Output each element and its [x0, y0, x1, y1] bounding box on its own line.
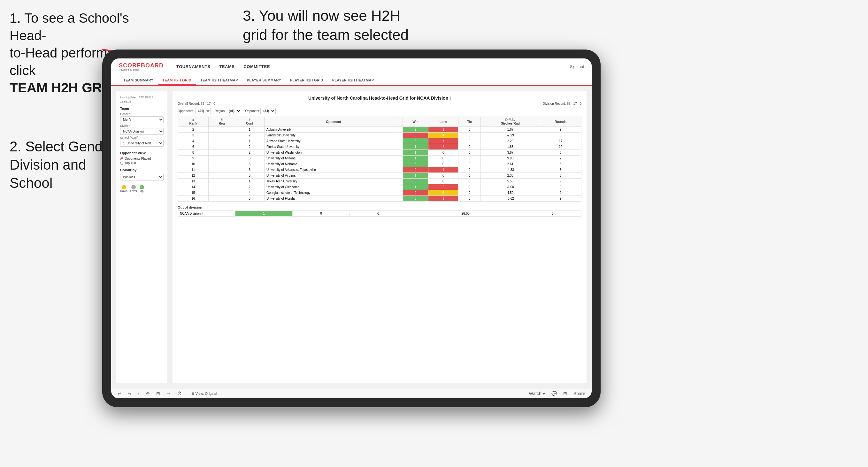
radio-top100[interactable]: Top 100	[120, 161, 163, 165]
sign-out-button[interactable]: Sign out	[570, 64, 584, 69]
crop-button[interactable]: ⊞	[155, 390, 161, 397]
radio-opponents-played[interactable]: Opponents Played	[120, 157, 163, 160]
clock-button[interactable]: ⏱	[176, 390, 183, 397]
radio-label-top100: Top 100	[125, 161, 136, 165]
cell-conf: 3	[235, 196, 264, 201]
division-record: Division Record: 88 - 17 - 0	[543, 102, 582, 105]
left-panel: Last Updated: 27/03/2024 16:55:38 Team G…	[116, 91, 167, 383]
table-header-row: #Rank #Reg #Conf Opponent Win Loss Tie D…	[178, 117, 582, 127]
cell-conf: 2	[235, 144, 264, 150]
colour-select[interactable]: Win/loss	[120, 174, 163, 181]
logo-area: SCOREBOARD Powered by clippi	[119, 62, 163, 71]
radio-label-opponents: Opponents Played	[125, 157, 151, 160]
radio-group: Opponents Played Top 100	[120, 157, 163, 165]
cell-rounds: 9	[540, 184, 581, 190]
cell-opponent: Auburn University	[264, 127, 403, 132]
tab-team-h2h-heatmap[interactable]: TEAM H2H HEATMAP	[196, 76, 243, 84]
cell-reg	[209, 184, 235, 190]
color-label-down: Down	[120, 189, 127, 193]
cell-win: 0	[403, 167, 428, 173]
cell-loss: 5	[428, 190, 459, 196]
cell-loss: 2	[428, 144, 459, 150]
expand-button[interactable]: ↔	[165, 390, 172, 397]
color-dot-down	[122, 185, 126, 189]
cell-conf: 2	[235, 150, 264, 156]
cell-rounds: 9	[540, 196, 581, 201]
tab-team-h2h-grid[interactable]: TEAM H2H GRID	[158, 76, 196, 85]
cell-win: 0	[403, 190, 428, 196]
comment-button[interactable]: 💬	[550, 390, 558, 397]
cell-win: 1	[403, 156, 428, 161]
cell-ood-loss: 0	[292, 211, 350, 217]
opponents-filter-select[interactable]: (All)	[195, 108, 211, 114]
undo-button[interactable]: ↩	[116, 390, 123, 397]
tab-player-h2h-grid[interactable]: PLAYER H2H GRID	[286, 76, 328, 84]
cell-tie: 0	[459, 161, 481, 167]
cell-rank: 2	[178, 127, 209, 132]
ann3-line1: 3. You will now see H2H	[243, 7, 401, 24]
cell-diff: -1.00	[481, 184, 540, 190]
cell-diff: 2.33	[481, 173, 540, 179]
cell-conf: 6	[235, 167, 264, 173]
cell-rank: 13	[178, 179, 209, 184]
cell-rounds: 3	[540, 173, 581, 179]
region-filter-label: Region	[215, 109, 225, 113]
opponent-filter-select[interactable]: (All)	[260, 108, 276, 114]
cell-rounds: 2	[540, 156, 581, 161]
cell-rank: 4	[178, 138, 209, 144]
tablet-screen: SCOREBOARD Powered by clippi TOURNAMENTS…	[111, 58, 592, 398]
school-select[interactable]: 1. University of Nort...	[120, 140, 163, 147]
right-panel: University of North Carolina Head-to-Hea…	[173, 91, 587, 383]
table-row: 13 1 Texas Tech University 3 0 0 5.56 9	[178, 179, 582, 184]
cell-rank: 12	[178, 173, 209, 179]
zoom-button[interactable]: ⊕	[145, 390, 151, 397]
cell-rounds: 8	[540, 161, 581, 167]
gender-select[interactable]: Men's	[120, 116, 163, 123]
logo-text: SCOREBOARD	[119, 62, 163, 69]
cell-reg	[209, 179, 235, 184]
cell-win: 3	[403, 161, 428, 167]
radio-dot-opponents	[120, 157, 123, 160]
cell-win: 0	[403, 132, 428, 138]
nav-committee[interactable]: COMMITTEE	[243, 63, 270, 70]
cell-reg	[209, 173, 235, 179]
table-row: 11 6 University of Arkansas, Fayettevill…	[178, 167, 582, 173]
color-label-level: Level	[130, 189, 137, 193]
cell-ood-rounds: 3	[524, 211, 581, 217]
tab-player-h2h-heatmap[interactable]: PLAYER H2H HEATMAP	[328, 76, 379, 84]
table-row: 15 4 Georgia Institute of Technology 0 5…	[178, 190, 582, 196]
cell-tie: 0	[459, 173, 481, 179]
watch-button[interactable]: Watch ▾	[528, 390, 546, 397]
cell-win: 1	[403, 173, 428, 179]
cell-conf: 3	[235, 156, 264, 161]
cell-loss: 1	[428, 138, 459, 144]
cell-loss: 0	[428, 156, 459, 161]
cell-rank: 8	[178, 150, 209, 156]
division-select[interactable]: NCAA Division I	[120, 128, 163, 135]
tab-team-summary[interactable]: TEAM SUMMARY	[119, 76, 158, 84]
color-dot-up	[140, 185, 144, 189]
nav-teams[interactable]: TEAMS	[219, 63, 235, 70]
sub-nav: TEAM SUMMARY TEAM H2H GRID TEAM H2H HEAT…	[111, 75, 592, 86]
cell-reg	[209, 196, 235, 201]
table-row: 14 2 University of Oklahoma 1 2 0 -1.00 …	[178, 184, 582, 190]
opponent-view-title: Opponent View	[120, 151, 163, 155]
tab-player-summary[interactable]: PLAYER SUMMARY	[243, 76, 286, 84]
col-tie: Tie	[459, 117, 481, 127]
table-title: University of North Carolina Head-to-Hea…	[178, 95, 582, 101]
app-header: SCOREBOARD Powered by clippi TOURNAMENTS…	[111, 58, 592, 75]
cell-opponent: University of Washington	[264, 150, 403, 156]
cell-rank: 16	[178, 196, 209, 201]
region-filter-select[interactable]: (All)	[226, 108, 241, 114]
cell-tie: 0	[459, 132, 481, 138]
table-row: 9 3 University of Arizona 1 0 0 9.00 2	[178, 156, 582, 161]
table-row: 2 1 Auburn University 2 1 0 1.67 9	[178, 127, 582, 132]
table-row: 8 2 University of Washington 1 0 0 3.67 …	[178, 150, 582, 156]
cell-diff: 2.29	[481, 138, 540, 144]
redo-button[interactable]: ↪	[126, 390, 133, 397]
back-button[interactable]: ‹	[137, 390, 141, 397]
view-label: 🖥 View: Original	[191, 392, 217, 396]
grid-button[interactable]: ⊞	[562, 390, 568, 397]
nav-tournaments[interactable]: TOURNAMENTS	[176, 63, 210, 70]
share-button[interactable]: Share	[572, 390, 587, 397]
